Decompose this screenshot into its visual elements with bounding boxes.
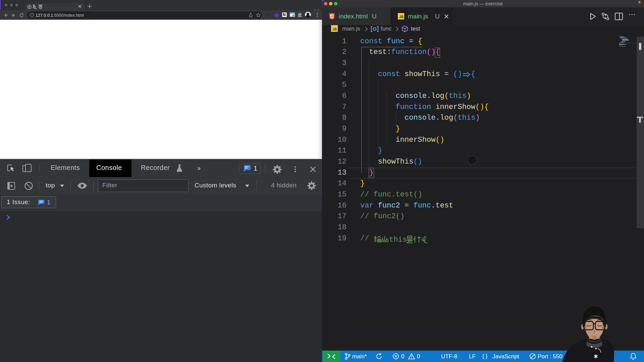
svg-text:this: this: [389, 236, 407, 244]
